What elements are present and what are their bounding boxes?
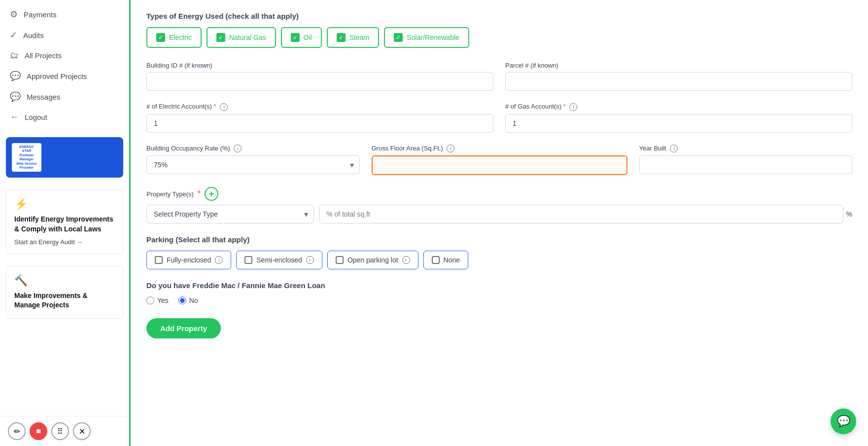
open-parking-info-icon[interactable]: i (402, 256, 410, 264)
occupancy-rate-group: Building Occupancy Rate (%) i 25% 50% 75… (146, 145, 360, 176)
year-built-input[interactable] (639, 155, 853, 174)
energy-types-group: ✓ Electric ✓ Natural Gas ✓ Oil ✓ Steam ✓… (146, 27, 852, 48)
energy-chip-electric[interactable]: ✓ Electric (146, 27, 202, 48)
accounts-row: # of Electric Account(s) * i # of Gas Ac… (146, 103, 852, 133)
electric-accounts-input[interactable] (146, 114, 493, 133)
none-label: None (444, 256, 460, 264)
freddie-radio-group: Yes No (146, 297, 852, 304)
main-content: Types of Energy Used (check all that app… (131, 0, 868, 446)
gas-accounts-input[interactable] (505, 114, 852, 133)
sidebar-item-audits[interactable]: ✓ Audits (0, 25, 129, 45)
gas-info-icon[interactable]: i (569, 103, 577, 111)
fully-enclosed-checkbox[interactable] (155, 256, 163, 264)
energy-chip-steam[interactable]: ✓ Steam (327, 27, 379, 48)
gas-required-marker: * (563, 103, 566, 110)
property-type-select[interactable]: Select Property Type (146, 205, 314, 223)
year-built-group: Year Built i (639, 145, 853, 176)
record-btn[interactable]: ■ (30, 422, 47, 440)
sidebar-item-all-projects[interactable]: 🗂 All Projects (0, 45, 129, 66)
freddie-yes-option[interactable]: Yes (146, 297, 169, 304)
property-type-select-wrap: Select Property Type ▾ (146, 205, 314, 223)
sidebar-item-label: Messages (27, 93, 60, 101)
start-audit-link[interactable]: Start an Energy Audit → (14, 238, 115, 246)
pct-symbol: % (846, 210, 852, 218)
occupancy-select[interactable]: 25% 50% 75% 100% (146, 155, 360, 174)
semi-enclosed-info-icon[interactable]: i (306, 256, 314, 264)
steam-label: Steam (349, 34, 369, 41)
electric-accounts-group: # of Electric Account(s) * i (146, 103, 493, 133)
gross-floor-group: Gross Floor Area (Sq.Ft.) i (372, 145, 627, 176)
semi-enclosed-checkbox[interactable] (244, 256, 252, 264)
solar-check-icon: ✓ (394, 33, 403, 42)
chat-icon: 💬 (837, 415, 850, 428)
sidebar-nav: ⚙ Payments ✓ Audits 🗂 All Projects 💬 App… (0, 0, 129, 131)
chat-button[interactable]: 💬 (831, 409, 856, 434)
occupancy-info-icon[interactable]: i (234, 145, 242, 152)
building-parcel-row: Building ID # (if known) Parcel # (if kn… (146, 62, 852, 91)
add-property-type-btn[interactable]: + (205, 187, 218, 201)
freddie-yes-radio[interactable] (146, 297, 154, 304)
parking-label: Parking (Select all that apply) (146, 235, 852, 244)
logout-icon: ← (10, 112, 19, 122)
parcel-label: Parcel # (if known) (505, 62, 852, 69)
promo-title-1: Identify Energy Improvements & Comply wi… (14, 215, 115, 234)
close-btn[interactable]: ✕ (73, 422, 91, 440)
gross-floor-info-icon[interactable]: i (447, 145, 454, 152)
freddie-no-option[interactable]: No (178, 297, 198, 304)
promo-title-2: Make Improvements & Manage Projects (14, 291, 115, 310)
gross-floor-input[interactable] (372, 155, 627, 175)
building-id-input[interactable] (146, 72, 493, 91)
open-parking-checkbox[interactable] (336, 256, 344, 264)
electric-required-marker: * (214, 103, 216, 110)
oil-label: Oil (304, 34, 312, 41)
energy-chip-natural-gas[interactable]: ✓ Natural Gas (207, 27, 276, 48)
fully-enclosed-label: Fully-enclosed (167, 256, 211, 264)
parking-chip-semi-enclosed[interactable]: Semi-enclosed i (236, 251, 322, 269)
electric-check-icon: ✓ (156, 33, 165, 42)
energy-star-logo: ENERGYSTAR Portfolio Manager Web Service… (12, 143, 41, 172)
freddie-section: Do you have Freddie Mac / Fannie Mae Gre… (146, 281, 852, 304)
building-id-group: Building ID # (if known) (146, 62, 493, 91)
parking-chip-none[interactable]: None (423, 251, 468, 269)
freddie-no-radio[interactable] (178, 297, 186, 304)
add-property-button[interactable]: Add Property (146, 318, 221, 338)
fully-enclosed-info-icon[interactable]: i (215, 256, 223, 264)
sidebar-item-label: Audits (23, 31, 44, 39)
none-checkbox[interactable] (432, 256, 440, 264)
sidebar-item-label: Logout (25, 113, 47, 121)
sidebar-item-logout[interactable]: ← Logout (0, 107, 129, 127)
sidebar-item-messages[interactable]: 💬 Messages (0, 86, 129, 107)
electric-info-icon[interactable]: i (220, 103, 228, 111)
property-types-label: Property Type(s) (146, 190, 194, 198)
edit-btn[interactable]: ✏ (8, 422, 26, 440)
natural-gas-check-icon: ✓ (216, 33, 225, 42)
open-parking-label: Open parking lot (347, 256, 398, 264)
year-built-info-icon[interactable]: i (670, 145, 678, 152)
parcel-group: Parcel # (if known) (505, 62, 852, 91)
parking-chip-fully-enclosed[interactable]: Fully-enclosed i (146, 251, 231, 269)
sidebar-item-payments[interactable]: ⚙ Payments (0, 4, 129, 25)
occupancy-floor-year-row: Building Occupancy Rate (%) i 25% 50% 75… (146, 145, 852, 176)
natural-gas-label: Natural Gas (229, 34, 266, 41)
gas-accounts-label: # of Gas Account(s) * i (505, 103, 852, 111)
pct-input[interactable] (319, 205, 843, 223)
payments-icon: ⚙ (10, 9, 18, 20)
parcel-input[interactable] (505, 72, 852, 91)
occupancy-label: Building Occupancy Rate (%) i (146, 145, 360, 153)
parking-chip-open-parking[interactable]: Open parking lot i (327, 251, 418, 269)
sidebar-item-approved-projects[interactable]: 💬 Approved Projects (0, 66, 129, 86)
steam-check-icon: ✓ (337, 33, 346, 42)
freddie-yes-label: Yes (157, 297, 169, 304)
sidebar-item-label: Payments (24, 10, 57, 19)
improvements-promo-icon: 🔨 (14, 274, 115, 287)
bottom-bar: ✏ ■ ⠿ ✕ (0, 416, 129, 446)
grid-btn[interactable]: ⠿ (51, 422, 69, 440)
energy-chip-solar[interactable]: ✓ Solar/Renewable (384, 27, 469, 48)
gross-floor-label: Gross Floor Area (Sq.Ft.) i (372, 145, 627, 153)
energy-chip-oil[interactable]: ✓ Oil (281, 27, 322, 48)
energy-promo-icon: ⚡ (14, 198, 115, 211)
electric-accounts-label: # of Electric Account(s) * i (146, 103, 493, 111)
messages-icon: 💬 (10, 91, 21, 102)
energy-types-label: Types of Energy Used (check all that app… (146, 12, 852, 20)
energy-star-card: ENERGYSTAR Portfolio Manager Web Service… (6, 137, 123, 178)
